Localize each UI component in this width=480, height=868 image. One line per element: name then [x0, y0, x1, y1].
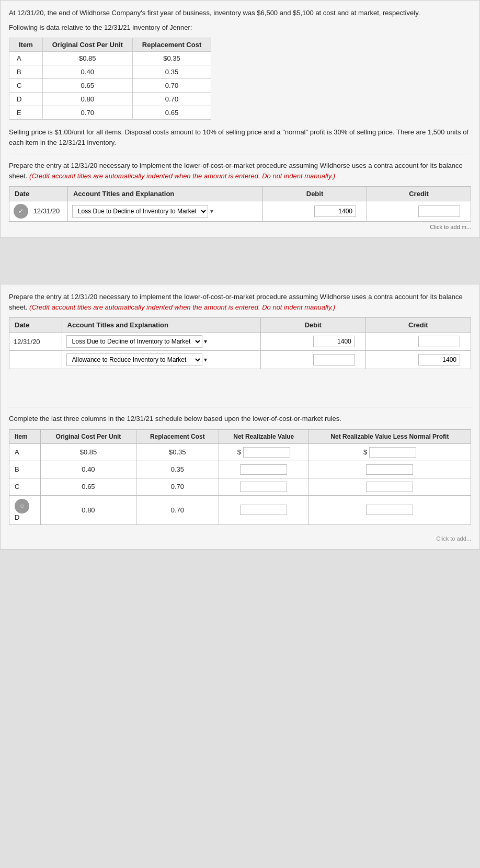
col-account: Account Titles and Explanation: [67, 187, 262, 201]
item-c: C: [9, 79, 43, 93]
journal-date-1: ✓ 12/31/20: [9, 201, 68, 222]
sched-nrv-d: [219, 495, 308, 524]
col-debit: Debit: [260, 318, 365, 333]
sched-col-original-cost: Original Cost Per Unit: [41, 429, 136, 443]
item-e-replacement: 0.65: [132, 106, 211, 120]
answer-badge-d: ☺: [15, 499, 29, 513]
nrvprofit-input-c[interactable]: [366, 482, 413, 492]
item-c-replacement: 0.70: [132, 79, 211, 93]
nrv-input-b[interactable]: [240, 464, 287, 475]
journal-debit-1: [260, 333, 365, 351]
debit-input-s2-1[interactable]: [313, 336, 355, 347]
sched-item-c: C: [9, 478, 41, 495]
nrv-input-a[interactable]: [243, 447, 290, 458]
nrvprofit-input-d[interactable]: [366, 505, 413, 515]
journal-credit-2: [365, 351, 471, 369]
col-replacement-cost: Replacement Cost: [132, 38, 211, 52]
item-e: E: [9, 106, 43, 120]
journal-debit-2: [260, 351, 365, 369]
item-b: B: [9, 65, 43, 79]
section2-instruction: Prepare the entry at 12/31/20 necessary …: [9, 292, 471, 312]
table-row: C 0.65 0.70: [9, 79, 211, 93]
table-row: E 0.70 0.65: [9, 106, 211, 120]
intro-paragraph2: Following is data relative to the 12/31/…: [9, 22, 471, 33]
item-b-replacement: 0.35: [132, 65, 211, 79]
sched-col-replacement-cost: Replacement Cost: [136, 429, 219, 443]
sched-row-d: ☺D 0.80 0.70: [9, 495, 471, 524]
sched-nrv-b: [219, 461, 308, 478]
sched-item-b: B: [9, 461, 41, 478]
col-original-cost: Original Cost Per Unit: [42, 38, 132, 52]
col-account: Account Titles and Explanation: [62, 318, 260, 333]
sched-col-item: Item: [9, 429, 41, 443]
gap-area: [0, 242, 480, 284]
col-debit: Debit: [263, 187, 367, 201]
journal-credit-1: [365, 333, 471, 351]
journal-account-1: Loss Due to Decline of Inventory to Mark…: [62, 333, 260, 351]
sched-nrv-c: [219, 478, 308, 495]
table-row: D 0.80 0.70: [9, 93, 211, 106]
col-date: Date: [9, 187, 68, 201]
section1-instruction: Prepare the entry at 12/31/20 necessary …: [9, 161, 471, 181]
item-d-replacement: 0.70: [132, 93, 211, 106]
journal-account-2: Allowance to Reduce Inventory to Market …: [62, 351, 260, 369]
sched-row-c: C 0.65 0.70: [9, 478, 471, 495]
item-a-cost: $0.85: [42, 52, 132, 65]
journal-row-1: 12/31/20 Loss Due to Decline of Inventor…: [9, 333, 471, 351]
journal-debit-1: [263, 201, 367, 222]
sched-replacement-d: 0.70: [136, 495, 219, 524]
journal-date-2: [9, 351, 62, 369]
credit-input-s2-1[interactable]: [418, 336, 460, 347]
answer-badge: ✓: [14, 204, 28, 219]
item-a-replacement: $0.35: [132, 52, 211, 65]
sched-replacement-b: 0.35: [136, 461, 219, 478]
nrv-input-d[interactable]: [240, 505, 287, 515]
item-a: A: [9, 52, 43, 65]
intro-panel: At 12/31/20, the end of Wildhorse Compan…: [0, 0, 480, 238]
sched-cost-c: 0.65: [41, 478, 136, 495]
nrv-input-c[interactable]: [240, 482, 287, 492]
journal-row-2: Allowance to Reduce Inventory to Market …: [9, 351, 471, 369]
sched-cost-d: 0.80: [41, 495, 136, 524]
nrvprofit-input-a[interactable]: [369, 447, 416, 458]
sched-col-nrv: Net Realizable Value: [219, 429, 308, 443]
click-to-add-bottom[interactable]: Click to add...: [436, 535, 471, 542]
dollar-sign-a: $: [237, 448, 241, 456]
click-to-add[interactable]: Click to add m...: [9, 224, 471, 230]
item-e-cost: 0.70: [42, 106, 132, 120]
col-credit: Credit: [365, 318, 471, 333]
account-select-s2-2[interactable]: Allowance to Reduce Inventory to Market: [66, 353, 202, 366]
col-date: Date: [9, 318, 62, 333]
col-credit: Credit: [367, 187, 471, 201]
sched-replacement-c: 0.70: [136, 478, 219, 495]
debit-input-s2-2[interactable]: [313, 354, 355, 366]
sched-nrv-a: $: [219, 443, 308, 461]
sched-item-d: ☺D: [9, 495, 41, 524]
sched-row-b: B 0.40 0.35: [9, 461, 471, 478]
section2-journal-table: Date Account Titles and Explanation Debi…: [9, 317, 471, 369]
inventory-table: Item Original Cost Per Unit Replacement …: [9, 38, 211, 120]
table-row: B 0.40 0.35: [9, 65, 211, 79]
sched-nrvprofit-a: $: [308, 443, 471, 461]
sched-cost-b: 0.40: [41, 461, 136, 478]
sched-item-a: A: [9, 443, 41, 461]
col-item: Item: [9, 38, 43, 52]
dollar-sign-nrvp-a: $: [363, 448, 367, 456]
section3-instruction: Complete the last three columns in the 1…: [9, 414, 471, 424]
sched-nrvprofit-b: [308, 461, 471, 478]
account-select-s2-1[interactable]: Loss Due to Decline of Inventory to Mark…: [66, 335, 202, 348]
journal-date-1: 12/31/20: [9, 333, 62, 351]
sched-nrvprofit-c: [308, 478, 471, 495]
account-select-1[interactable]: Loss Due to Decline of Inventory to Mark…: [72, 205, 208, 218]
nrvprofit-input-b[interactable]: [366, 464, 413, 475]
credit-input-1[interactable]: [418, 205, 460, 217]
sched-nrvprofit-d: [308, 495, 471, 524]
sched-replacement-a: $0.35: [136, 443, 219, 461]
credit-input-s2-2[interactable]: [418, 354, 460, 366]
journal-row-1: ✓ 12/31/20 Loss Due to Decline of Invent…: [9, 201, 471, 222]
journal-account-1: Loss Due to Decline of Inventory to Mark…: [67, 201, 262, 222]
item-b-cost: 0.40: [42, 65, 132, 79]
debit-input-1[interactable]: [314, 205, 356, 217]
schedule-table: Item Original Cost Per Unit Replacement …: [9, 429, 471, 525]
section1-journal-table: Date Account Titles and Explanation Debi…: [9, 186, 471, 222]
